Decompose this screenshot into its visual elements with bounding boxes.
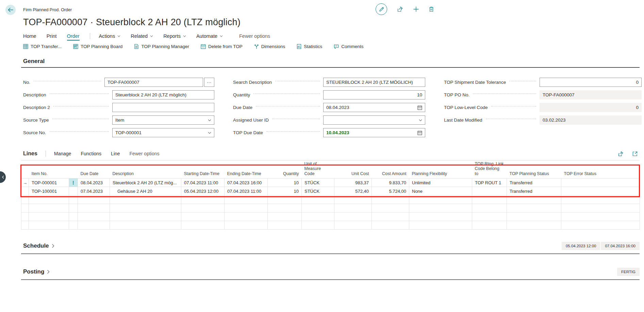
empty-cell[interactable] [69, 196, 78, 204]
empty-cell[interactable] [409, 204, 472, 213]
empty-cell[interactable] [21, 204, 29, 213]
col-header-top-error-status[interactable]: TOP Error Status [561, 160, 640, 178]
share-icon[interactable] [618, 151, 624, 156]
description2-field[interactable] [112, 103, 214, 112]
col-header-unit-of-measure-code[interactable]: Unit of Measure Code [302, 160, 334, 178]
empty-cell[interactable] [507, 213, 561, 221]
empty-cell[interactable] [69, 221, 78, 230]
menu-fewer-options[interactable]: Fewer options [239, 33, 270, 39]
empty-cell[interactable] [334, 221, 372, 230]
empty-cell[interactable] [409, 213, 472, 221]
empty-cell[interactable] [181, 204, 225, 213]
empty-cell[interactable] [561, 204, 640, 213]
empty-cell[interactable] [69, 204, 78, 213]
cell-planning-flexibility[interactable]: None [409, 187, 472, 196]
cell-cost-amount[interactable]: 5.724,00 [372, 187, 409, 196]
delete-button[interactable] [429, 6, 434, 12]
cell-description[interactable]: Gehäuse 2 AH 20 [110, 187, 181, 196]
cell-unit-of-measure[interactable]: STÜCK [302, 187, 334, 196]
posting-section-title[interactable]: Posting [23, 268, 44, 275]
lines-menu-manage[interactable]: Manage [54, 151, 71, 156]
top-due-date-field[interactable]: 10.04.2023 [323, 128, 425, 137]
tab-print[interactable]: Print [47, 33, 57, 39]
empty-cell[interactable] [78, 213, 110, 221]
empty-cell[interactable] [268, 213, 302, 221]
cell-starting-date-time[interactable]: 05.04.2023 12:00 [181, 187, 225, 196]
empty-cell[interactable] [472, 196, 507, 204]
quantity-field[interactable]: 10 [323, 90, 425, 99]
col-header-top-rtng-link[interactable]: TOP Rtng. Link Code Belong to [472, 160, 507, 178]
open-in-new-window-icon[interactable] [632, 151, 638, 156]
empty-cell[interactable] [78, 196, 110, 204]
empty-cell[interactable] [334, 213, 372, 221]
empty-cell[interactable] [78, 221, 110, 230]
empty-cell[interactable] [472, 204, 507, 213]
breadcrumb[interactable]: Firm Planned Prod. Order [23, 7, 72, 12]
lines-menu-functions[interactable]: Functions [81, 151, 101, 156]
schedule-section-title[interactable]: Schedule [23, 243, 49, 249]
empty-cell[interactable] [268, 221, 302, 230]
cell-planning-flexibility[interactable]: Unlimited [409, 178, 472, 187]
empty-cell[interactable] [561, 213, 640, 221]
current-row-indicator[interactable]: → [21, 178, 29, 187]
empty-cell[interactable] [507, 221, 561, 230]
col-header-description[interactable]: Description [110, 160, 181, 178]
cell-top-rtng-link[interactable] [472, 187, 507, 196]
empty-cell[interactable] [21, 196, 29, 204]
empty-cell[interactable] [110, 204, 181, 213]
empty-cell[interactable] [302, 204, 334, 213]
empty-cell[interactable] [29, 221, 69, 230]
row-marker-cell[interactable] [21, 187, 29, 196]
add-button[interactable] [413, 6, 419, 12]
empty-cell[interactable] [225, 196, 268, 204]
empty-cell[interactable] [472, 213, 507, 221]
dimensions-button[interactable]: Dimensions [254, 44, 285, 49]
empty-cell[interactable] [372, 213, 409, 221]
description-field[interactable]: Steuerblock 2 AH 20 (LTZ möglich) [112, 90, 214, 99]
cell-ending-date-time[interactable]: 07.04.2023 11:00 [225, 187, 268, 196]
cell-top-planning-status[interactable]: Transferred [507, 178, 561, 187]
cell-quantity[interactable]: 10 [268, 178, 302, 187]
empty-cell[interactable] [507, 204, 561, 213]
empty-cell[interactable] [29, 213, 69, 221]
menu-related[interactable]: Related [131, 33, 153, 39]
calendar-icon[interactable] [417, 105, 422, 110]
due-date-field[interactable]: 08.04.2023 [323, 103, 425, 112]
col-header-unit-cost[interactable]: Unit Cost [334, 160, 372, 178]
source-no-select[interactable]: TOP-000001 [112, 128, 214, 137]
col-header-quantity[interactable]: Quantity [268, 160, 302, 178]
statistics-button[interactable]: Statistics [297, 44, 322, 49]
col-header-top-planning-status[interactable]: TOP Planning Status [507, 160, 561, 178]
empty-cell[interactable] [472, 221, 507, 230]
menu-reports[interactable]: Reports [163, 33, 186, 39]
empty-cell[interactable] [372, 204, 409, 213]
lines-menu-fewer-options[interactable]: Fewer options [130, 151, 160, 156]
empty-cell[interactable] [372, 221, 409, 230]
empty-cell[interactable] [409, 196, 472, 204]
lines-menu-line[interactable]: Line [111, 151, 120, 156]
top-planning-manager-button[interactable]: TOP Planning Manager [134, 44, 189, 49]
empty-cell[interactable] [561, 196, 640, 204]
search-description-field[interactable]: STEUERBLOCK 2 AH 20 (LTZ MÖGLICH) [323, 78, 425, 87]
empty-cell[interactable] [268, 196, 302, 204]
lines-section-title[interactable]: Lines [23, 151, 37, 157]
top-transfer-button[interactable]: TOP Transfer... [23, 44, 62, 49]
empty-cell[interactable] [409, 221, 472, 230]
empty-cell[interactable] [334, 204, 372, 213]
source-type-select[interactable]: Item [112, 115, 214, 125]
menu-automate[interactable]: Automate [196, 33, 223, 39]
top-shipment-date-tolerance-field[interactable]: 0 [540, 78, 642, 87]
empty-cell[interactable] [372, 196, 409, 204]
assigned-user-id-select[interactable] [323, 115, 425, 125]
cell-top-error-status[interactable] [561, 178, 640, 187]
chevron-right-icon[interactable] [47, 270, 50, 274]
cell-cost-amount[interactable]: 9.833,70 [372, 178, 409, 187]
cell-unit-of-measure[interactable]: STÜCK [302, 178, 334, 187]
cell-unit-cost[interactable]: 572,40 [334, 187, 372, 196]
edit-button[interactable] [376, 3, 387, 15]
cell-quantity[interactable]: 10 [268, 187, 302, 196]
col-header-starting-date-time[interactable]: Starting Date-Time [181, 160, 225, 178]
empty-cell[interactable] [561, 221, 640, 230]
empty-cell[interactable] [110, 213, 181, 221]
delete-from-top-button[interactable]: Delete from TOP [201, 44, 243, 49]
